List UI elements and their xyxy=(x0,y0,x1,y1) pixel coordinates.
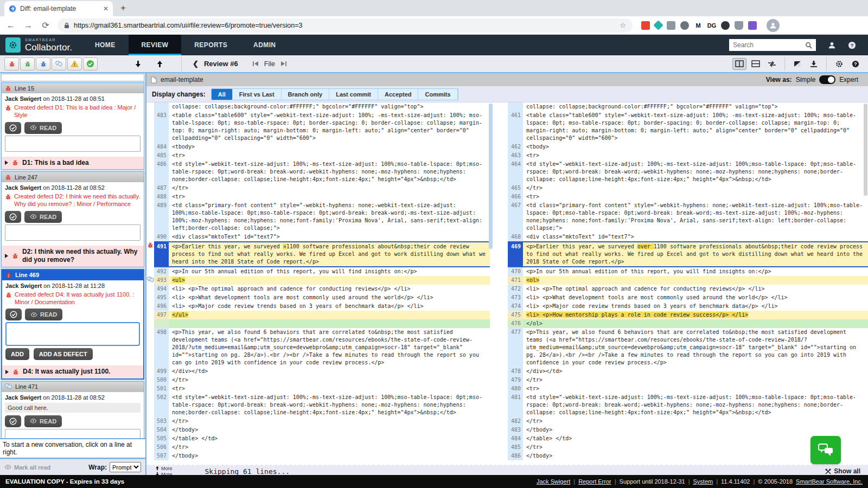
right-line-number[interactable]: 473 xyxy=(508,293,523,302)
left-code-line[interactable]: <tr> xyxy=(169,384,490,393)
right-code-line[interactable]: </div></td> xyxy=(523,367,868,376)
next-change-down-arrow[interactable] xyxy=(131,57,144,70)
extension-icon[interactable] xyxy=(735,21,743,30)
left-line-number[interactable]: 498 xyxy=(154,328,169,367)
right-code-line[interactable]: <p>In our 5th annual edition of this rep… xyxy=(523,267,868,276)
left-code-line[interactable]: <ul> xyxy=(169,276,490,285)
back-icon[interactable]: ← xyxy=(5,21,16,30)
right-line-number[interactable] xyxy=(508,102,523,111)
download-button[interactable] xyxy=(807,58,821,70)
right-code-line[interactable]: <td style="-webkit-text-size-adjust: 100… xyxy=(523,160,868,184)
right-code-line[interactable]: <tr> xyxy=(523,384,868,393)
view-simple-label[interactable]: Simple xyxy=(796,76,816,84)
defect-red-bug-button[interactable] xyxy=(4,57,19,70)
right-line-number[interactable]: 468 xyxy=(508,233,523,241)
view-expert-label[interactable]: Expert xyxy=(839,76,858,84)
acknowledge-button[interactable] xyxy=(5,309,22,320)
right-code-line[interactable]: <li> <p>How mentorship plays a role in c… xyxy=(523,311,868,319)
left-line-number[interactable]: 493 xyxy=(154,276,169,285)
left-code-line[interactable]: </table> </td> xyxy=(169,434,490,443)
add-button[interactable]: ADD xyxy=(5,348,29,360)
right-line-number[interactable]: 481 xyxy=(508,393,523,417)
address-bar[interactable]: https://gmail361.smartbeartrial.com/ui#f… xyxy=(58,18,633,33)
left-line-number[interactable]: 494 xyxy=(154,285,169,293)
right-line-number[interactable]: 479 xyxy=(508,376,523,384)
read-button[interactable]: READ xyxy=(25,309,62,320)
right-line-number[interactable]: 484 xyxy=(508,434,523,443)
left-line-number[interactable]: 506 xyxy=(154,443,169,452)
search-input[interactable] xyxy=(733,41,805,49)
filter-last-commit[interactable]: Last commit xyxy=(329,89,378,100)
back-to-review-link[interactable]: ❮ Review #6 xyxy=(185,60,238,68)
right-line-number[interactable]: 486 xyxy=(508,452,523,460)
left-code-line[interactable]: <table class="table600" style="-webkit-t… xyxy=(169,111,490,143)
acknowledge-button[interactable] xyxy=(5,211,21,223)
right-line-number[interactable]: 466 xyxy=(508,192,523,201)
read-button[interactable]: READ xyxy=(24,415,62,427)
right-code-line[interactable]: collapse: collapse;background-color:#FFF… xyxy=(523,102,868,111)
prev-change-up-arrow[interactable] xyxy=(153,57,166,70)
left-code-line[interactable]: </tbody> xyxy=(169,426,490,434)
filter-branch-only[interactable]: Branch only xyxy=(282,89,330,100)
right-code-line[interactable]: </tr> xyxy=(523,417,868,426)
right-line-number[interactable]: 482 xyxy=(508,417,523,426)
left-code-line[interactable]: collapse: collapse;background-color:#FFF… xyxy=(169,102,490,111)
right-line-number[interactable]: 477 xyxy=(508,328,523,367)
right-line-number[interactable]: 475 xyxy=(508,311,523,319)
chat-button[interactable] xyxy=(810,436,841,464)
left-line-number[interactable]: 496 xyxy=(154,302,169,311)
read-button[interactable]: READ xyxy=(24,211,62,223)
left-line-number[interactable]: 500 xyxy=(154,376,169,384)
left-line-number[interactable]: 491 xyxy=(154,241,169,267)
reply-input[interactable] xyxy=(5,429,141,438)
extension-icon[interactable] xyxy=(680,21,689,30)
more-down-link[interactable]: More xyxy=(155,472,173,476)
right-line-number[interactable]: 467 xyxy=(508,201,523,233)
filter-first-vs-last[interactable]: First vs Last xyxy=(233,89,282,100)
left-code-line[interactable]: </tr> xyxy=(169,376,490,384)
left-line-number[interactable]: 497 xyxy=(154,311,169,319)
left-line-number[interactable]: 507 xyxy=(154,452,169,460)
right-code-line[interactable]: <tbody> xyxy=(523,143,868,151)
left-code-line[interactable]: <p>In our 5th annual edition of this rep… xyxy=(169,267,490,276)
scrolled-comment-input[interactable] xyxy=(1,74,144,81)
right-line-number[interactable]: 461 xyxy=(508,111,523,143)
nav-item-admin[interactable]: ADMIN xyxy=(240,35,289,55)
right-code-line[interactable]: <td class="primary-font content" style="… xyxy=(523,201,868,233)
right-line-number[interactable]: 472 xyxy=(508,285,523,293)
left-code-line[interactable]: <td style="-webkit-text-size-adjust: 100… xyxy=(169,160,490,184)
left-line-number[interactable]: 486 xyxy=(154,160,169,184)
refresh-icon[interactable]: ⟳ xyxy=(40,20,51,30)
conversations-button[interactable] xyxy=(52,57,66,70)
reply-input[interactable] xyxy=(5,322,140,346)
status-link[interactable]: Jack Swigert xyxy=(537,478,570,485)
left-code-line[interactable]: </div></td> xyxy=(169,367,490,376)
right-code-line[interactable]: <li> <p>What development tools are most … xyxy=(523,293,868,302)
extension-icon[interactable] xyxy=(641,21,650,30)
right-line-number[interactable]: 470 xyxy=(508,267,523,276)
right-line-number[interactable]: 474 xyxy=(508,302,523,311)
swap-panes-button[interactable] xyxy=(765,58,779,70)
accept-button[interactable] xyxy=(83,57,98,70)
right-line-number[interactable]: 471 xyxy=(508,276,523,285)
thread-header[interactable]: Line 247 xyxy=(2,172,144,182)
left-line-number[interactable]: 505 xyxy=(154,434,169,443)
add-as-defect-button[interactable]: ADD AS DEFECT xyxy=(34,348,93,360)
left-line-number[interactable]: 502 xyxy=(154,393,169,417)
toolbar-help-icon[interactable]: ? xyxy=(848,58,863,70)
right-code-line[interactable]: <table class="table600" style="-webkit-t… xyxy=(523,111,868,143)
left-line-number[interactable]: 488 xyxy=(154,192,169,201)
extension-icon[interactable] xyxy=(653,20,663,30)
right-line-number[interactable]: 462 xyxy=(508,143,523,151)
left-line-number[interactable]: 501 xyxy=(154,384,169,393)
nav-item-reports[interactable]: REPORTS xyxy=(181,35,240,55)
left-code-line[interactable]: <p>Earlier this year, we surveyed »1100 … xyxy=(169,241,490,267)
right-code-line[interactable]: </ol> xyxy=(523,319,868,328)
right-line-number[interactable]: 463 xyxy=(508,151,523,160)
right-line-number[interactable]: 476 xyxy=(508,319,523,328)
right-code-line[interactable]: <tr> xyxy=(523,192,868,201)
global-search[interactable] xyxy=(729,39,816,51)
left-code-line[interactable]: <tr> xyxy=(169,192,490,201)
mark-all-read-button[interactable]: Mark all read xyxy=(4,464,50,471)
right-code-line[interactable]: <tr> xyxy=(523,151,868,160)
